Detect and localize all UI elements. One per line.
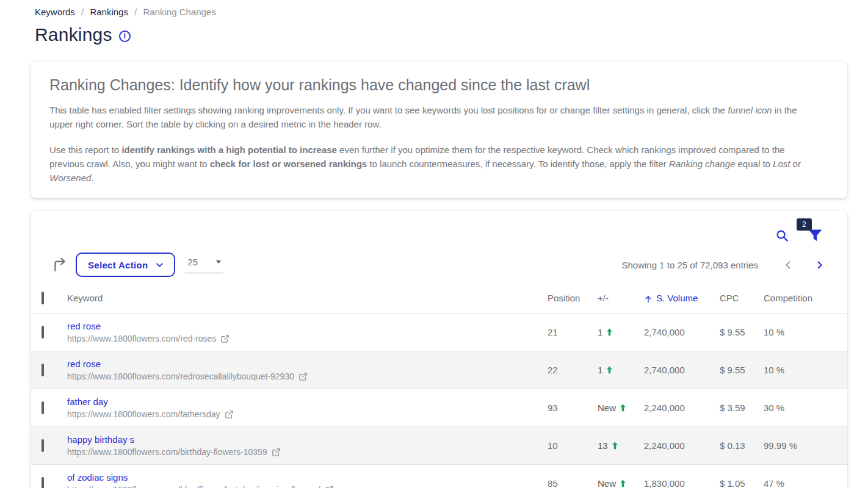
keyword-link[interactable]: father day [67, 396, 108, 407]
arrow-up-green-icon [610, 441, 620, 450]
ranking-change: 1 [598, 365, 644, 375]
keyword-url: https://www.1800flowers.com/fathersday [67, 409, 548, 419]
position-value: 10 [548, 427, 598, 465]
intro-paragraph-2: Use this report to identify rankings wit… [49, 143, 820, 185]
select-action-dropdown[interactable]: Select Action [76, 253, 175, 277]
table-row: of zodiac signs https://www.1800flowers.… [31, 465, 847, 488]
competition-value: 99.99 % [764, 427, 847, 465]
external-link-icon[interactable] [272, 448, 281, 457]
competition-value: 47 % [764, 465, 847, 488]
external-link-icon[interactable] [298, 372, 308, 381]
competition-value: 10 % [764, 351, 847, 389]
breadcrumb-separator: / [134, 7, 137, 17]
table-icon-toolbar: 2 [31, 223, 847, 248]
position-value: 85 [548, 465, 598, 488]
row-checkbox[interactable] [42, 401, 44, 414]
sort-arrow-up-icon [644, 295, 653, 303]
search-volume-value: 2,740,000 [644, 351, 720, 389]
table-row: red rose https://www.1800flowers.com/red… [31, 351, 847, 389]
cpc-value: $ 3.59 [720, 389, 764, 427]
row-checkbox[interactable] [42, 326, 44, 339]
breadcrumb-current: Ranking Changes [143, 7, 215, 17]
filter-funnel-wrap: 2 [808, 228, 823, 243]
table-header-row: Keyword Position +/- S. Volume CPC Compe… [31, 284, 847, 314]
arrow-up-green-icon [605, 365, 614, 375]
position-value: 21 [548, 314, 598, 351]
keyword-link[interactable]: red rose [67, 359, 101, 369]
breadcrumb-rankings[interactable]: Rankings [90, 7, 128, 17]
pagination-prev-icon[interactable] [784, 260, 793, 270]
info-icon[interactable]: i [119, 30, 131, 42]
page-size-value: 25 [187, 257, 198, 267]
keyword-link[interactable]: red rose [67, 321, 101, 331]
table-body: red rose https://www.1800flowers.com/red… [31, 314, 847, 488]
keyword-url: https://www.1800flowers.com/birthday-flo… [67, 447, 548, 457]
column-header-svolume[interactable]: S. Volume [644, 284, 720, 314]
table-row: red rose https://www.1800flowers.com/red… [31, 314, 847, 351]
cpc-value: $ 0.13 [720, 427, 764, 465]
cpc-value: $ 1.05 [720, 465, 764, 488]
ranking-change: 13 [598, 440, 644, 451]
arrow-up-green-icon [618, 403, 627, 412]
table-row: happy birthday s https://www.1800flowers… [31, 427, 847, 465]
caret-down-icon [216, 260, 221, 264]
cpc-value: $ 9.55 [720, 351, 764, 389]
column-header-keyword[interactable]: Keyword [67, 284, 548, 314]
ranking-change: New [598, 478, 644, 488]
select-action-label: Select Action [88, 260, 148, 270]
page-title: Rankings [35, 24, 112, 45]
cpc-value: $ 9.55 [720, 314, 764, 351]
breadcrumb-separator: / [81, 7, 84, 17]
export-icon[interactable] [52, 257, 68, 273]
page-size-select[interactable]: 25 [185, 257, 223, 273]
intro-paragraph-1: This table has enabled filter settings s… [49, 103, 820, 131]
search-icon[interactable] [775, 229, 789, 243]
filter-count-badge: 2 [797, 218, 812, 231]
search-volume-value: 1,830,000 [644, 465, 720, 488]
column-header-position[interactable]: Position [548, 284, 598, 314]
row-checkbox[interactable] [42, 364, 44, 376]
table-controls-row: Select Action 25 Showing 1 to 25 of 72,0… [31, 253, 847, 277]
search-volume-value: 2,240,000 [644, 427, 720, 465]
rankings-table: Keyword Position +/- S. Volume CPC Compe… [31, 284, 847, 488]
external-link-icon[interactable] [225, 410, 234, 419]
breadcrumb-keywords[interactable]: Keywords [35, 7, 75, 17]
breadcrumb: Keywords / Rankings / Ranking Changes [0, 0, 868, 17]
intro-card: Ranking Changes: Identify how your ranki… [31, 62, 847, 198]
external-link-icon[interactable] [220, 334, 230, 343]
row-checkbox[interactable] [42, 477, 44, 488]
column-header-competition[interactable]: Competition [764, 284, 847, 314]
row-checkbox[interactable] [42, 439, 44, 452]
ranking-change: New [598, 403, 644, 413]
column-header-change[interactable]: +/- [598, 284, 644, 314]
keyword-url: https://www.1800flowers.com/red-roses [67, 334, 548, 343]
column-header-cpc[interactable]: CPC [720, 284, 764, 314]
search-volume-value: 2,740,000 [644, 314, 720, 351]
rankings-table-card: 2 Select Action 25 Showing 1 to [31, 211, 847, 488]
select-all-checkbox[interactable] [42, 292, 44, 304]
keyword-url: https://www.1800flowers.com/redrosecalla… [67, 371, 548, 381]
showing-entries-text: Showing 1 to 25 of 72,093 entries [622, 260, 759, 270]
intro-heading: Ranking Changes: Identify how your ranki… [49, 76, 820, 94]
ranking-change: 1 [598, 327, 644, 337]
arrow-up-green-icon [605, 328, 614, 337]
search-volume-value: 2,240,000 [644, 389, 720, 427]
competition-value: 10 % [764, 314, 847, 351]
position-value: 22 [548, 351, 598, 389]
pagination-next-icon[interactable] [815, 260, 824, 270]
keyword-url: https://www.1800flowers.com/blog/flower-… [67, 485, 548, 488]
external-link-icon[interactable] [325, 486, 334, 488]
position-value: 93 [548, 389, 598, 427]
competition-value: 30 % [764, 389, 847, 427]
table-row: father day https://www.1800flowers.com/f… [31, 389, 847, 427]
keyword-link[interactable]: happy birthday s [67, 434, 134, 445]
chevron-down-icon [155, 260, 164, 270]
keyword-link[interactable]: of zodiac signs [67, 472, 128, 483]
arrow-up-green-icon [618, 479, 627, 488]
